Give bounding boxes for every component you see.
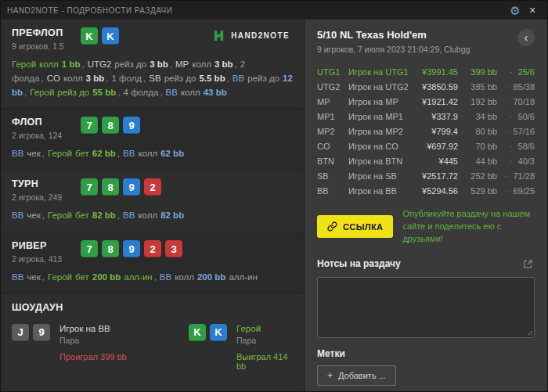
player-position: CO bbox=[317, 142, 348, 151]
result-lost: Проиграл 399 bb bbox=[59, 352, 127, 361]
card-rank: 7 bbox=[86, 243, 92, 255]
card: 9 bbox=[33, 324, 50, 341]
player-stat: 50/6 bbox=[497, 112, 535, 121]
game-title: 5/10 NL Texas Hold'em bbox=[317, 29, 470, 41]
close-button[interactable]: × bbox=[524, 2, 541, 19]
card: 8 bbox=[102, 117, 119, 134]
action-verb: рейз до bbox=[164, 74, 196, 83]
action-actor: SB bbox=[149, 74, 160, 83]
action-amount: 43 bb bbox=[204, 88, 227, 97]
action: BBколл200 bbалл-ин bbox=[160, 272, 258, 282]
link-button[interactable]: ССЫЛКА bbox=[317, 215, 393, 238]
share-row: ССЫЛКА Опубликуйте раздачу на нашем сайт… bbox=[317, 208, 535, 246]
action-actor: BB bbox=[123, 149, 135, 158]
action: BBчек bbox=[12, 210, 48, 220]
card-rank: 2 bbox=[150, 243, 155, 255]
player-name: Игрок на UTG2 bbox=[348, 82, 408, 92]
notes-textarea[interactable] bbox=[317, 277, 535, 338]
back-button[interactable]: ‹ bbox=[517, 29, 535, 46]
player-stack: ¥799.4 bbox=[408, 127, 458, 136]
player-stat: 40/3 bbox=[497, 156, 535, 166]
settings-button[interactable]: ⚙ bbox=[507, 2, 524, 19]
add-label-button[interactable]: + Добавить ... bbox=[317, 365, 396, 386]
card: 8 bbox=[102, 240, 119, 257]
action: Геройбет200 bbалл-ин bbox=[48, 272, 160, 282]
player-row[interactable]: SB Игрок на SB ¥2517.72 252 bb 71/28 bbox=[317, 168, 535, 183]
card: K bbox=[189, 324, 206, 341]
player-stat: 85/38 bbox=[497, 82, 535, 92]
action-actor: BB bbox=[160, 272, 171, 282]
card: K bbox=[81, 27, 98, 45]
player-stack: ¥697.92 bbox=[408, 142, 458, 151]
street-actions: BBчекГеройбет62 bbBBколл62 bb bbox=[12, 147, 293, 161]
notes-header: Нотсы на раздачу bbox=[317, 257, 535, 271]
player-row[interactable]: MP Игрок на MP ¥1921.42 192 bb 70/18 bbox=[317, 94, 535, 109]
player-row[interactable]: UTG2 Игрок на UTG2 ¥3850.59 385 bb 85/38 bbox=[317, 79, 535, 94]
action-verb: бет bbox=[75, 149, 89, 158]
action-verb: рейз до bbox=[114, 59, 146, 69]
card-rank: 8 bbox=[107, 243, 113, 255]
player-stack-bb: 399 bb bbox=[458, 67, 497, 77]
details-header: 5/10 NL Texas Hold'em 9 игроков, 7 июля … bbox=[317, 29, 535, 54]
action-amount: 200 bb bbox=[197, 272, 225, 282]
action: SBрейз до5.5 bb bbox=[149, 74, 233, 83]
action-amount: 82 bb bbox=[92, 210, 116, 220]
player-position: MP1 bbox=[317, 112, 348, 121]
card: K bbox=[102, 27, 119, 45]
player-stack-bb: 80 bb bbox=[458, 127, 497, 136]
player-row[interactable]: BB Игрок на BB ¥5294.56 529 bb 69/25 bbox=[317, 183, 535, 198]
street-section-flop: ФЛОП 2 игрока, 124 789 BBчекГеройбет62 b… bbox=[1, 109, 304, 171]
action-actor: BB bbox=[12, 210, 23, 220]
hero-hole-cards: KK bbox=[81, 27, 119, 45]
action-amount: 5.5 bb bbox=[199, 74, 225, 83]
action-actor: BB bbox=[12, 272, 23, 282]
action-amount: 55 bb bbox=[92, 88, 116, 97]
card-rank: 7 bbox=[86, 182, 92, 193]
villain-cards: J9 bbox=[12, 324, 50, 371]
player-row[interactable]: UTG1 Игрок на UTG1 ( ¥3991.45 399 bb 25/… bbox=[317, 64, 535, 79]
action-amount: 3 bb bbox=[150, 59, 168, 69]
card-rank: 8 bbox=[107, 182, 113, 193]
result-won: Выиграл 414 bb bbox=[236, 352, 293, 371]
action-verb: чек bbox=[27, 210, 40, 220]
player-stack-bb: 385 bb bbox=[458, 82, 497, 92]
card: 7 bbox=[81, 178, 98, 196]
card-rank: K bbox=[215, 326, 222, 338]
street-subtitle: 2 игрока, 413 bbox=[12, 254, 81, 264]
player-row[interactable]: MP1 Игрок на MP1 ¥337.9 34 bb 50/6 bbox=[317, 109, 535, 124]
action-actor: MP bbox=[175, 59, 189, 69]
player-stack-bb: 192 bb bbox=[458, 97, 497, 106]
action-amount: 3 bb bbox=[215, 59, 233, 69]
action-verb: колл bbox=[175, 272, 194, 282]
player-row[interactable]: BTN Игрок на BTN ¥445 44 bb 40/3 bbox=[317, 153, 535, 168]
player-name: Игрок на MP1 bbox=[348, 112, 408, 121]
action: Геройбет62 bb bbox=[48, 149, 123, 158]
action-actor: Герой bbox=[48, 210, 72, 220]
card: 7 bbox=[81, 240, 98, 257]
card-rank: K bbox=[193, 326, 200, 338]
player-stat: 69/25 bbox=[497, 186, 535, 196]
player-stack-bb: 34 bb bbox=[458, 112, 497, 121]
action: Геройбет82 bb bbox=[48, 210, 123, 220]
player-stack-bb: 252 bb bbox=[458, 171, 497, 181]
action-suffix: алл-ин bbox=[124, 272, 152, 282]
action: 4 фолда bbox=[123, 88, 165, 97]
notes-wrap bbox=[317, 277, 535, 338]
action-actor: BB bbox=[12, 149, 23, 158]
player-stack: ¥3991.45 bbox=[408, 67, 458, 77]
add-label-text: Добавить ... bbox=[338, 371, 386, 380]
player-row[interactable]: CO Игрок на CO ¥697.92 70 bb 58/6 bbox=[317, 138, 535, 153]
hand-combo: Пара bbox=[236, 336, 293, 345]
player-stack: ¥2517.72 bbox=[408, 171, 458, 181]
hand-combo: Пара bbox=[59, 336, 127, 345]
player-stat: 71/28 bbox=[497, 171, 535, 181]
player-name: Игрок на MP2 bbox=[348, 127, 408, 136]
player-row[interactable]: MP2 Игрок на MP2 ¥799.4 80 bb 57/16 bbox=[317, 124, 535, 138]
street-actions: BBчекГеройбет82 bbBBколл82 bb bbox=[12, 209, 293, 223]
player-position: UTG2 bbox=[317, 82, 348, 92]
showdown-title: ШОУДАУН bbox=[12, 302, 293, 313]
player-stat: 57/16 bbox=[497, 127, 535, 136]
action-verb: колл bbox=[39, 59, 59, 69]
player-position: UTG1 bbox=[317, 67, 348, 77]
open-notes-external-button[interactable] bbox=[521, 257, 535, 271]
